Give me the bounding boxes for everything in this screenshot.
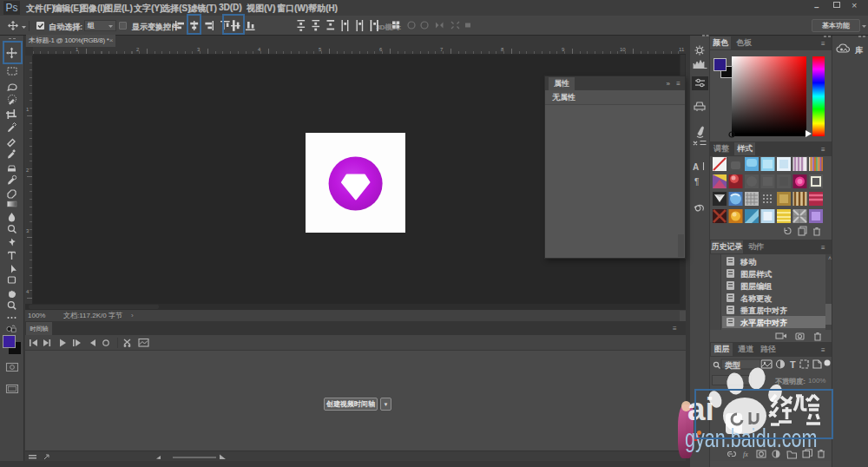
svg-text:¶: ¶ xyxy=(694,177,699,187)
svg-text:A: A xyxy=(693,162,699,172)
